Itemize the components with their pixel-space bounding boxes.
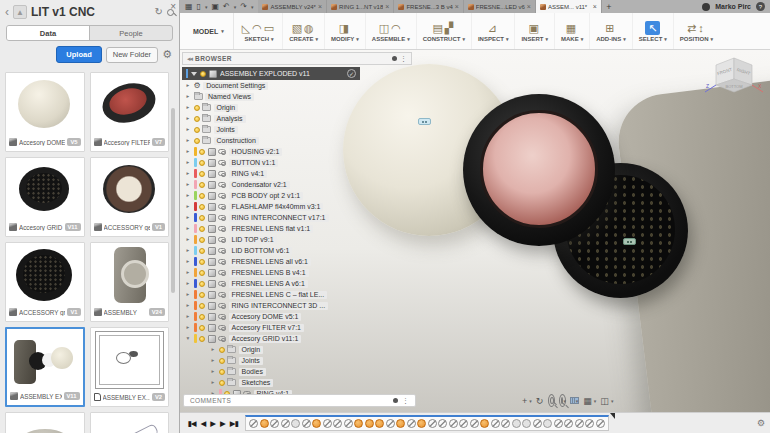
visibility-bulb-icon[interactable] <box>199 292 205 298</box>
document-card[interactable] <box>5 412 85 433</box>
viewcube-bottom-label[interactable]: BOTTOM <box>725 84 742 89</box>
document-card[interactable]: ASSEMBLY EX... V2 <box>90 327 170 407</box>
browser-tree-item[interactable]: ▾ ⚙ Accesory GRID v11:1 <box>182 333 412 344</box>
ribbon-menu[interactable]: ⊿ INSPECT▾ <box>471 13 515 49</box>
model-ring-filter[interactable] <box>463 94 615 246</box>
visibility-bulb-icon[interactable] <box>219 358 225 364</box>
expand-arrow-icon[interactable]: ▸ <box>210 347 216 353</box>
timeline-feature-icon[interactable] <box>522 419 531 428</box>
visibility-bulb-icon[interactable] <box>194 105 200 111</box>
browser-tree-item[interactable]: ▸ ⚙ FRESNEL LENS all v6:1 <box>182 256 412 267</box>
browser-tree-item[interactable]: ▸ ⚙ PCB BODY opt 2 v1:1 <box>182 190 412 201</box>
visibility-bulb-icon[interactable] <box>199 325 205 331</box>
document-card[interactable]: ACCESSORY grid V1 <box>5 242 85 322</box>
expand-arrow-icon[interactable]: ▸ <box>185 292 191 298</box>
timeline-feature-icon[interactable] <box>491 419 500 428</box>
ribbon-menu[interactable]: ↖ SELECT▾ <box>632 13 673 49</box>
expand-arrow-icon[interactable]: ▸ <box>185 160 191 166</box>
document-card[interactable]: Accesory DOME V5 <box>5 72 85 152</box>
expand-arrow-icon[interactable]: ▸ <box>185 259 191 265</box>
timeline-feature-icon[interactable] <box>396 419 405 428</box>
timeline-feature-icon[interactable] <box>302 419 311 428</box>
visibility-bulb-icon[interactable] <box>199 259 205 265</box>
expand-arrow-icon[interactable]: ▸ <box>185 281 191 287</box>
visibility-bulb-icon[interactable] <box>199 215 205 221</box>
ribbon-menu[interactable]: ⇄↕ POSITION▾ <box>673 13 719 49</box>
expand-arrow-icon[interactable]: ▸ <box>185 105 191 111</box>
document-tab[interactable]: FRESNE...LED v6 × <box>464 0 536 13</box>
browser-tree-item[interactable]: ▸ ⚙ Document Settings <box>182 80 412 91</box>
browser-tree-item[interactable]: ▸ ⚙ FRESNEL LENS A v6:1 <box>182 278 412 289</box>
browser-tree-item[interactable]: ▸ ⚙ FRESNEL LENS C – flat LE... <box>182 289 412 300</box>
browser-tree-item[interactable]: ▸ ⚙ LID BOTTOM v6:1 <box>182 245 412 256</box>
help-icon[interactable]: ? <box>756 2 765 11</box>
browser-tree-item[interactable]: ▸ ⚙ Analysis <box>182 113 412 124</box>
timeline-end-marker[interactable] <box>610 413 615 419</box>
expand-arrow-icon[interactable]: ▸ <box>185 215 191 221</box>
timeline-feature-icon[interactable] <box>512 419 521 428</box>
panel-tab[interactable]: Data <box>7 26 89 40</box>
visibility-bulb-icon[interactable] <box>199 226 205 232</box>
timeline-feature-icon[interactable] <box>249 419 258 428</box>
visibility-bulb-icon[interactable] <box>200 71 206 77</box>
document-tab[interactable]: RING 1...NT v18 × <box>327 0 394 13</box>
workspace-switcher[interactable]: MODEL ▾ <box>184 13 234 49</box>
ribbon-menu[interactable]: ▤▞ CONSTRUCT▾ <box>416 13 471 49</box>
timeline-feature-icon[interactable] <box>270 419 279 428</box>
notification-icon[interactable] <box>702 3 710 11</box>
expand-arrow-icon[interactable]: ▸ <box>185 237 191 243</box>
chevron-down-icon[interactable]: ▾ <box>205 4 208 10</box>
expand-arrow-icon[interactable]: ▸ <box>185 138 191 144</box>
expand-arrow-icon[interactable]: ▸ <box>185 193 191 199</box>
browser-tree-item[interactable]: ▸ ⚙ FLASHLAMP fl4x40mm v3:1 <box>182 201 412 212</box>
record-dot-icon[interactable] <box>392 56 397 61</box>
visibility-bulb-icon[interactable] <box>199 336 205 342</box>
ribbon-menu[interactable]: ◺◠▭ SKETCH▾ <box>236 13 282 49</box>
ribbon-menu[interactable]: ▦ MAKE▾ <box>554 13 589 49</box>
collapse-grip-icon[interactable]: ◂◂ <box>187 55 192 63</box>
visibility-bulb-icon[interactable] <box>219 347 225 353</box>
timeline-feature-icon[interactable] <box>449 419 458 428</box>
visibility-bulb-icon[interactable] <box>199 248 205 254</box>
timeline-feature-icon[interactable] <box>554 419 563 428</box>
browser-tree-item[interactable]: ▸ ⚙ Accesory FILTER v7:1 <box>182 322 412 333</box>
document-tab[interactable]: FRESNE...3 B v4 × <box>394 0 463 13</box>
timeline-feature-icon[interactable] <box>470 419 479 428</box>
visibility-bulb-icon[interactable] <box>199 171 205 177</box>
more-icon[interactable]: ⋮ <box>402 397 409 405</box>
joint-tag-dome[interactable] <box>418 118 431 125</box>
visibility-bulb-icon[interactable] <box>199 193 205 199</box>
close-tab-icon[interactable]: × <box>318 3 322 10</box>
panel-gear-icon[interactable]: ⚙ <box>162 49 172 60</box>
document-card[interactable]: ACCESSORY gels V1 <box>90 157 170 237</box>
timeline-feature-icon[interactable] <box>480 419 489 428</box>
joint-tag-grid[interactable] <box>623 238 636 245</box>
chevron-down-icon[interactable]: ▾ <box>251 4 254 10</box>
expand-arrow-icon[interactable]: ▸ <box>185 83 191 89</box>
document-card[interactable] <box>90 412 170 433</box>
timeline-feature-icon[interactable] <box>260 419 269 428</box>
chevron-down-icon[interactable]: ▾ <box>234 4 237 10</box>
document-card[interactable]: ASSEMBLY EX... V11 <box>5 327 85 407</box>
ribbon-menu[interactable]: ▧◍ CREATE▾ <box>282 13 324 49</box>
expand-arrow-icon[interactable]: ▸ <box>185 171 191 177</box>
expand-arrow-icon[interactable]: ▸ <box>185 303 191 309</box>
upload-button[interactable]: Upload <box>56 46 101 63</box>
expand-arrow-icon[interactable]: ▸ <box>185 270 191 276</box>
visibility-bulb-icon[interactable] <box>199 281 205 287</box>
expand-arrow-icon[interactable]: ▸ <box>185 314 191 320</box>
browser-tree-item[interactable]: ▸ ⚙ BUTTON v1:1 <box>182 157 412 168</box>
visibility-bulb-icon[interactable] <box>199 182 205 188</box>
browser-root-item[interactable]: ASSEMBLY EXPLODED v11 ✓ <box>182 67 360 80</box>
browser-tree-item[interactable]: ▸ ⚙ Construction <box>182 135 412 146</box>
timeline-feature-icon[interactable] <box>375 419 384 428</box>
browser-header[interactable]: ◂◂ BROWSER ⋮ <box>182 52 412 65</box>
ribbon-menu[interactable]: ◫◠ ASSEMBLE▾ <box>365 13 416 49</box>
browser-tree-item[interactable]: ▸ ⚙ RING v4:1 <box>182 168 412 179</box>
expand-arrow-icon[interactable]: ▸ <box>185 248 191 254</box>
visibility-bulb-icon[interactable] <box>199 270 205 276</box>
visibility-bulb-icon[interactable] <box>199 160 205 166</box>
timeline-feature-icon[interactable] <box>564 419 573 428</box>
browser-tree-item[interactable]: ▸ ⚙ Accesory DOME v5:1 <box>182 311 412 322</box>
visibility-bulb-icon[interactable] <box>199 149 205 155</box>
